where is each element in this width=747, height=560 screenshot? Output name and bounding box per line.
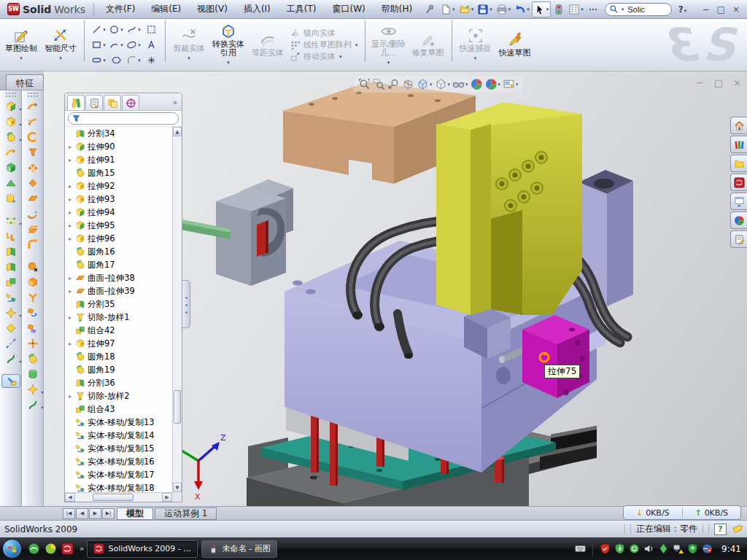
filter-input[interactable] — [68, 112, 179, 125]
rib-button[interactable] — [1, 229, 20, 243]
hole-wizard-button[interactable] — [1, 191, 20, 205]
lofted-surface-button[interactable] — [23, 145, 42, 159]
options-button[interactable]: ▾ — [567, 2, 585, 17]
task-button-solidworks-window[interactable]: SolidWorks 2009 - ... — [87, 540, 197, 558]
tray-messenger-icon[interactable] — [658, 543, 669, 554]
panel-tab-propertymanager[interactable] — [85, 95, 103, 110]
panel-tabs-overflow-icon[interactable]: » — [171, 98, 179, 106]
search-input[interactable] — [626, 4, 661, 15]
feature-tree-item[interactable]: 实体-移动/复制18 — [65, 481, 172, 492]
sheet-nav-next-button[interactable]: ▶ — [89, 508, 101, 519]
revolved-surface-button[interactable] — [23, 114, 42, 128]
slot-button[interactable]: ▾ — [90, 52, 107, 68]
scroll-down-icon[interactable]: ▼ — [173, 483, 182, 492]
tag-icon[interactable] — [732, 524, 743, 534]
undo-button[interactable]: ▾ — [513, 2, 531, 17]
edit-appearance-button[interactable] — [471, 78, 483, 90]
task-button-paint-window[interactable]: 未命名 - 画图 — [201, 540, 277, 558]
extend-surface-button[interactable] — [23, 306, 42, 319]
feature-tree-item[interactable]: 组合42 — [65, 324, 172, 337]
rapid-sketch-button[interactable]: 快速草图 — [495, 20, 535, 69]
sheet-nav-first-button[interactable]: |◀ — [63, 508, 75, 519]
model-yoke-bracket[interactable] — [436, 102, 582, 315]
offset-surface-button[interactable] — [23, 176, 42, 190]
close-button[interactable]: × — [732, 4, 740, 15]
filled-surface-button[interactable] — [23, 336, 42, 350]
move-copy-body-button[interactable] — [1, 290, 20, 304]
feature-tree-item[interactable]: 实体-移动/复制15 — [65, 442, 172, 455]
delete-face-button[interactable] — [23, 260, 42, 273]
repair-sketch-button[interactable]: 修复草图 — [409, 20, 448, 69]
restore-button[interactable]: □ — [717, 4, 725, 15]
boundary-surface-button[interactable] — [23, 160, 42, 174]
extruded-boss-button[interactable]: ▾ — [1, 99, 20, 113]
taskpane-tab-appearances-scenes[interactable] — [730, 211, 747, 229]
apply-scene-button[interactable]: ▾ — [485, 78, 501, 90]
surface-curve-button[interactable]: ▾ — [23, 397, 42, 411]
taskpane-tab-solidworks-resources-home[interactable] — [730, 117, 747, 134]
select-button[interactable]: ▾ — [532, 1, 551, 18]
feature-tree-item[interactable]: 实体-移动/复制13 — [65, 416, 172, 429]
expand-arrow-icon[interactable]: ▸ — [67, 314, 73, 321]
feature-tree-item[interactable]: ▸拉伸96 — [65, 232, 172, 245]
feature-tree-item[interactable]: 圆角17 — [65, 258, 172, 271]
tab-features[interactable]: 特征 — [6, 74, 44, 90]
expand-arrow-icon[interactable]: ▸ — [67, 196, 73, 203]
pin-button[interactable] — [423, 2, 438, 17]
ellipse-button[interactable]: ▾ — [125, 37, 142, 52]
tray-system-scan-icon[interactable] — [629, 543, 640, 554]
toolbar-grip-icon[interactable] — [27, 92, 39, 97]
print-button[interactable]: ▾ — [495, 2, 513, 17]
expand-arrow-icon[interactable]: ▸ — [67, 236, 73, 242]
sheet-nav-last-button[interactable]: ▶| — [102, 508, 115, 519]
thicken-button[interactable] — [23, 367, 42, 381]
sketch-fillet-button[interactable]: ▾ — [125, 52, 142, 68]
sketch-region-button[interactable] — [142, 22, 160, 37]
fillet-button[interactable]: ▾ — [1, 130, 20, 144]
planar-surface-button[interactable] — [23, 191, 42, 205]
replace-face-button[interactable] — [23, 275, 42, 289]
menu-window[interactable]: 窗口(W) — [324, 1, 373, 18]
menu-tools[interactable]: 工具(T) — [279, 1, 325, 18]
feature-tree-item[interactable]: 实体-移动/复制16 — [65, 455, 172, 468]
quick-launch-security-360-icon[interactable] — [28, 542, 40, 555]
sheet-nav-previous-button[interactable]: ◀ — [76, 508, 88, 519]
expand-arrow-icon[interactable]: ▸ — [67, 144, 73, 150]
feature-tree-item[interactable]: ▸拉伸93 — [65, 192, 172, 206]
feature-tree-item[interactable]: 分割36 — [65, 376, 172, 389]
tray-security-guard-icon[interactable] — [614, 543, 625, 554]
expand-arrow-icon[interactable]: ▸ — [67, 222, 73, 229]
trim-entities-button[interactable]: 剪裁实体▾ — [169, 20, 209, 69]
view-settings-button[interactable]: ▾ — [503, 78, 519, 90]
tree-horizontal-scrollbar[interactable]: ◀ ▶ — [65, 492, 172, 502]
combine-bodies-button[interactable] — [1, 275, 20, 289]
mid-surface-button[interactable] — [23, 222, 42, 236]
move-entities-button[interactable]: 移动实体▾ — [287, 51, 361, 62]
line-button[interactable]: ▾ — [90, 22, 107, 37]
offset-entities-button[interactable]: 等距实体 — [248, 20, 287, 69]
scroll-up-icon[interactable]: ▲ — [173, 127, 182, 136]
taskpane-tab-file-explorer[interactable] — [730, 155, 747, 172]
menu-help[interactable]: 帮助(H) — [374, 1, 420, 18]
view-orientation-button[interactable]: ▾ — [417, 78, 433, 90]
split-body-button[interactable] — [1, 260, 20, 273]
minimize-button[interactable]: − — [703, 4, 710, 15]
scrollbar-thumb[interactable] — [174, 390, 181, 424]
doc-close-button[interactable]: × — [733, 77, 741, 88]
zoom-to-area-button[interactable] — [373, 78, 385, 90]
display-delete-relations-button[interactable]: 显示/删除几...▾ — [369, 20, 409, 69]
scroll-left-icon[interactable]: ◀ — [65, 493, 75, 502]
help-icon[interactable]: ?▾ — [676, 4, 689, 15]
spline-button[interactable]: ▾ — [125, 22, 142, 37]
expand-arrow-icon[interactable]: ▸ — [67, 275, 73, 281]
swept-boss-button[interactable] — [1, 145, 20, 159]
start-button[interactable] — [2, 539, 22, 559]
panel-tab-featuremanager[interactable] — [67, 95, 85, 110]
tray-antivirus-shield-icon[interactable] — [600, 543, 611, 554]
boundary-boss-button[interactable] — [1, 176, 20, 190]
expand-arrow-icon[interactable]: ▸ — [67, 393, 73, 400]
scrollbar-thumb[interactable] — [93, 494, 133, 501]
linear-sketch-pattern-button[interactable]: 线性草图阵列▾ — [287, 39, 361, 50]
feature-tree-item[interactable]: 分割34 — [65, 127, 172, 140]
doc-minimize-button[interactable]: − — [696, 77, 704, 88]
